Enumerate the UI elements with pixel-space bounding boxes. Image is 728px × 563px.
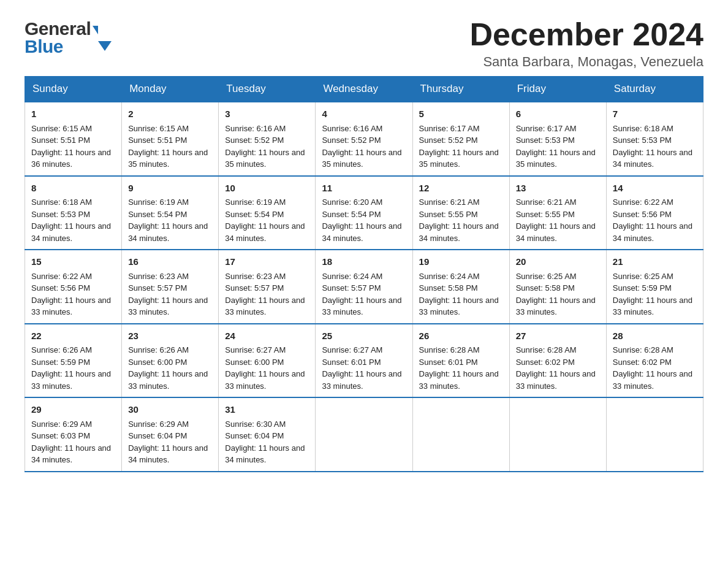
header-cell-monday: Monday (122, 77, 219, 102)
day-number: 24 (225, 329, 309, 343)
day-number: 19 (419, 255, 503, 269)
day-number: 1 (31, 107, 115, 121)
day-number: 10 (225, 182, 309, 196)
calendar-cell: 17Sunrise: 6:23 AMSunset: 5:57 PMDayligh… (219, 250, 316, 324)
day-number: 11 (322, 182, 406, 196)
calendar-cell: 18Sunrise: 6:24 AMSunset: 5:57 PMDayligh… (316, 250, 412, 324)
calendar-cell: 12Sunrise: 6:21 AMSunset: 5:55 PMDayligh… (412, 176, 509, 250)
day-number: 14 (613, 182, 697, 196)
calendar-cell: 13Sunrise: 6:21 AMSunset: 5:55 PMDayligh… (509, 176, 606, 250)
day-number: 16 (128, 255, 212, 269)
calendar-cell (316, 397, 412, 472)
header-cell-thursday: Thursday (412, 77, 509, 102)
calendar-cell: 8Sunrise: 6:18 AMSunset: 5:53 PMDaylight… (25, 176, 122, 250)
header-cell-saturday: Saturday (606, 77, 703, 102)
day-number: 29 (31, 403, 115, 417)
header-cell-sunday: Sunday (25, 77, 122, 102)
calendar-cell: 19Sunrise: 6:24 AMSunset: 5:58 PMDayligh… (412, 250, 509, 324)
day-number: 13 (516, 182, 600, 196)
day-number: 2 (128, 107, 212, 121)
calendar-cell: 1Sunrise: 6:15 AMSunset: 5:51 PMDaylight… (25, 102, 122, 176)
calendar-cell: 10Sunrise: 6:19 AMSunset: 5:54 PMDayligh… (219, 176, 316, 250)
location-subtitle: Santa Barbara, Monagas, Venezuela (469, 54, 703, 70)
logo-blue-text: Blue (25, 36, 98, 56)
week-row-3: 15Sunrise: 6:22 AMSunset: 5:56 PMDayligh… (25, 250, 703, 324)
day-number: 28 (613, 329, 697, 343)
calendar-cell: 2Sunrise: 6:15 AMSunset: 5:51 PMDaylight… (122, 102, 219, 176)
calendar-cell: 7Sunrise: 6:18 AMSunset: 5:53 PMDaylight… (606, 102, 703, 176)
day-number: 8 (31, 182, 115, 196)
calendar-cell (606, 397, 703, 472)
day-number: 27 (516, 329, 600, 343)
calendar-cell: 9Sunrise: 6:19 AMSunset: 5:54 PMDaylight… (122, 176, 219, 250)
calendar-cell: 22Sunrise: 6:26 AMSunset: 5:59 PMDayligh… (25, 324, 122, 398)
calendar-cell: 26Sunrise: 6:28 AMSunset: 6:01 PMDayligh… (412, 324, 509, 398)
day-number: 15 (31, 255, 115, 269)
page-header: General Blue December 2024 Santa Barbara… (25, 18, 703, 70)
day-number: 31 (225, 403, 309, 417)
calendar-cell (509, 397, 606, 472)
calendar-cell: 11Sunrise: 6:20 AMSunset: 5:54 PMDayligh… (316, 176, 412, 250)
day-number: 21 (613, 255, 697, 269)
calendar-cell: 30Sunrise: 6:29 AMSunset: 6:04 PMDayligh… (122, 397, 219, 472)
calendar-cell: 4Sunrise: 6:16 AMSunset: 5:52 PMDaylight… (316, 102, 412, 176)
day-number: 4 (322, 107, 406, 121)
day-number: 12 (419, 182, 503, 196)
calendar-cell: 28Sunrise: 6:28 AMSunset: 6:02 PMDayligh… (606, 324, 703, 398)
calendar-cell: 3Sunrise: 6:16 AMSunset: 5:52 PMDaylight… (219, 102, 316, 176)
calendar-cell: 23Sunrise: 6:26 AMSunset: 6:00 PMDayligh… (122, 324, 219, 398)
calendar-cell: 14Sunrise: 6:22 AMSunset: 5:56 PMDayligh… (606, 176, 703, 250)
logo: General Blue (25, 18, 98, 56)
day-number: 26 (419, 329, 503, 343)
calendar-cell: 21Sunrise: 6:25 AMSunset: 5:59 PMDayligh… (606, 250, 703, 324)
day-number: 17 (225, 255, 309, 269)
month-year-title: December 2024 (469, 18, 703, 50)
calendar-cell: 25Sunrise: 6:27 AMSunset: 6:01 PMDayligh… (316, 324, 412, 398)
header-cell-tuesday: Tuesday (219, 77, 316, 102)
week-row-5: 29Sunrise: 6:29 AMSunset: 6:03 PMDayligh… (25, 397, 703, 472)
day-number: 25 (322, 329, 406, 343)
day-number: 6 (516, 107, 600, 121)
calendar-table: SundayMondayTuesdayWednesdayThursdayFrid… (25, 76, 703, 472)
calendar-cell: 15Sunrise: 6:22 AMSunset: 5:56 PMDayligh… (25, 250, 122, 324)
calendar-cell: 29Sunrise: 6:29 AMSunset: 6:03 PMDayligh… (25, 397, 122, 472)
day-number: 22 (31, 329, 115, 343)
calendar-cell: 31Sunrise: 6:30 AMSunset: 6:04 PMDayligh… (219, 397, 316, 472)
day-number: 30 (128, 403, 212, 417)
calendar-cell: 16Sunrise: 6:23 AMSunset: 5:57 PMDayligh… (122, 250, 219, 324)
day-number: 9 (128, 182, 212, 196)
header-cell-friday: Friday (509, 77, 606, 102)
title-section: December 2024 Santa Barbara, Monagas, Ve… (469, 18, 703, 70)
header-cell-wednesday: Wednesday (316, 77, 412, 102)
calendar-cell: 24Sunrise: 6:27 AMSunset: 6:00 PMDayligh… (219, 324, 316, 398)
day-number: 20 (516, 255, 600, 269)
week-row-1: 1Sunrise: 6:15 AMSunset: 5:51 PMDaylight… (25, 102, 703, 176)
week-row-4: 22Sunrise: 6:26 AMSunset: 5:59 PMDayligh… (25, 324, 703, 398)
day-number: 18 (322, 255, 406, 269)
week-row-2: 8Sunrise: 6:18 AMSunset: 5:53 PMDaylight… (25, 176, 703, 250)
day-number: 7 (613, 107, 697, 121)
day-number: 23 (128, 329, 212, 343)
calendar-cell (412, 397, 509, 472)
calendar-cell: 5Sunrise: 6:17 AMSunset: 5:52 PMDaylight… (412, 102, 509, 176)
calendar-cell: 27Sunrise: 6:28 AMSunset: 6:02 PMDayligh… (509, 324, 606, 398)
calendar-cell: 20Sunrise: 6:25 AMSunset: 5:58 PMDayligh… (509, 250, 606, 324)
calendar-cell: 6Sunrise: 6:17 AMSunset: 5:53 PMDaylight… (509, 102, 606, 176)
header-row: SundayMondayTuesdayWednesdayThursdayFrid… (25, 77, 703, 102)
day-number: 5 (419, 107, 503, 121)
day-number: 3 (225, 107, 309, 121)
